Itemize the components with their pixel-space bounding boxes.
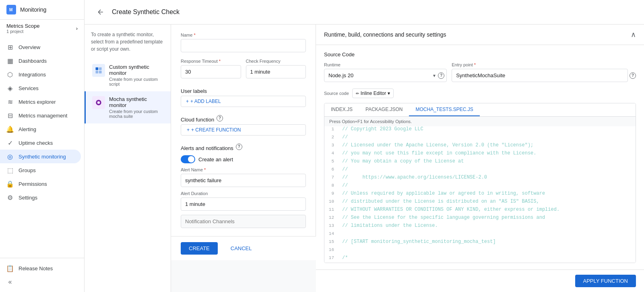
panel-title: Create Synthetic Check <box>112 8 180 16</box>
inline-editor-label: Inline Editor <box>361 90 386 96</box>
line-content: // Licensed under the Apache License, Ve… <box>339 142 636 148</box>
frequency-label: Check Frequency <box>246 59 306 64</box>
code-editor[interactable]: 1// Copyright 2023 Google LLC2//3// Lice… <box>324 126 636 263</box>
tab-package-json[interactable]: PACKAGE.JSON <box>359 103 409 116</box>
runtime-row: Runtime Node.js 20 ▾ ? Entry point * <box>324 62 636 82</box>
sidebar-item-uptime-checks[interactable]: ✓ Uptime checks <box>0 136 81 150</box>
custom-template-sub: Create from your custom script <box>109 77 164 86</box>
sidebar-bottom: 📋 Release Notes « <box>0 258 84 292</box>
sidebar-item-groups[interactable]: ⬚ Groups <box>0 163 81 177</box>
line-content: /* <box>339 255 636 261</box>
panel-header: Create Synthetic Check <box>85 0 644 25</box>
alert-duration-group: Alert Duration <box>181 191 306 211</box>
metrics-explorer-icon: ≋ <box>6 98 14 105</box>
sidebar-item-metrics-management[interactable]: ⊟ Metrics management <box>0 109 81 122</box>
tab-index-js[interactable]: INDEX.JS <box>324 103 359 116</box>
add-icon: + <box>186 99 189 104</box>
runtime-settings-title: Runtime, build, connections and security… <box>324 31 446 38</box>
template-item-mocha[interactable]: Mocha synthetic monitor Create from your… <box>85 91 171 123</box>
mocha-template-icon <box>92 96 105 109</box>
add-label-button[interactable]: + + ADD LABEL <box>181 96 306 107</box>
code-line: 8// <box>324 183 636 191</box>
cloud-fn-help-icon[interactable]: ? <box>217 115 223 121</box>
code-line: 12// See the License for the specific la… <box>324 215 636 223</box>
apply-function-button[interactable]: APPLY FUNCTION <box>575 275 636 287</box>
line-content: // WITHOUT WARRANTIES OR CONDITIONS OF A… <box>339 207 636 212</box>
code-line: 16 <box>324 247 636 255</box>
collapse-button[interactable]: ∧ <box>631 30 636 39</box>
alert-duration-input[interactable] <box>181 197 306 211</box>
overview-icon: ⊞ <box>6 43 14 51</box>
code-line: 3// Licensed under the Apache License, V… <box>324 142 636 150</box>
sidebar-collapse-btn[interactable]: « <box>0 275 81 289</box>
form-footer: CREATE CANCEL <box>171 236 316 260</box>
create-function-button[interactable]: + + CREATE FUNCTION <box>181 124 306 136</box>
name-input[interactable] <box>181 39 306 52</box>
name-group: Name * <box>181 33 306 52</box>
runtime-select[interactable]: Node.js 20 <box>324 69 447 82</box>
code-pane-header: Runtime, build, connections and security… <box>316 25 644 45</box>
sidebar-item-settings[interactable]: ⚙ Settings <box>0 191 81 204</box>
mocha-template-sub: Create from your custom mocha suite <box>109 109 164 119</box>
code-line: 14 <box>324 231 636 239</box>
sidebar-item-label: Synthetic monitoring <box>19 154 66 160</box>
line-content: // distributed under the License is dist… <box>339 199 636 204</box>
app-logo: M <box>6 5 16 14</box>
toggle-row: Create an alert <box>181 155 306 163</box>
create-alert-toggle[interactable] <box>181 155 195 163</box>
alert-name-input[interactable] <box>181 174 306 187</box>
code-line: 13// limitations under the License. <box>324 223 636 231</box>
sidebar-item-label: Services <box>19 85 39 91</box>
metrics-scope-item[interactable]: Metrics Scope 1 project › <box>0 20 84 37</box>
sidebar-header: M Monitoring <box>0 0 84 20</box>
sidebar-nav: ⊞ Overview ▦ Dashboards ⬡ Integrations ◈… <box>0 37 84 208</box>
sidebar-item-dashboards[interactable]: ▦ Dashboards <box>0 54 81 68</box>
notification-channels-group <box>181 215 306 228</box>
template-item-custom[interactable]: Custom synthetic monitor Create from you… <box>85 59 171 91</box>
back-button[interactable] <box>94 6 107 19</box>
entry-point-help-icon[interactable]: ? <box>630 72 636 79</box>
line-content: // <box>339 167 636 172</box>
user-labels-title: User labels <box>181 88 306 94</box>
cancel-button[interactable]: CANCEL <box>223 242 260 255</box>
source-code-type[interactable]: ✏ Inline Editor ▾ <box>352 88 394 98</box>
uptime-icon: ✓ <box>6 139 14 146</box>
frequency-input[interactable] <box>246 65 306 78</box>
sidebar-item-permissions[interactable]: 🔒 Permissions <box>0 177 81 191</box>
entry-point-input[interactable] <box>452 69 628 82</box>
line-number: 12 <box>324 215 339 220</box>
tab-mocha-tests[interactable]: MOCHA_TESTS.SPEC.JS <box>409 103 479 116</box>
sidebar-item-label: Groups <box>19 167 36 173</box>
line-content: // you may not use this file except in c… <box>339 150 636 156</box>
line-content: // <box>339 183 636 188</box>
sidebar-item-release-notes[interactable]: 📋 Release Notes <box>0 261 81 275</box>
main-content: Create Synthetic Check To create a synth… <box>85 0 644 292</box>
timeout-frequency-row: Response Timeout * Check Frequency <box>181 59 306 78</box>
sidebar-item-services[interactable]: ◈ Services <box>0 81 81 95</box>
name-required: * <box>194 33 195 37</box>
timeout-input[interactable] <box>181 65 241 78</box>
timeout-group: Response Timeout * <box>181 59 241 78</box>
runtime-help-icon[interactable]: ? <box>438 72 444 79</box>
sidebar-item-overview[interactable]: ⊞ Overview <box>0 40 81 54</box>
alerts-help-icon[interactable]: ? <box>236 144 242 150</box>
template-description: To create a synthetic monitor, select fr… <box>85 31 171 59</box>
line-content: // https://www.apache.org/licenses/LICEN… <box>339 175 636 180</box>
code-line: 4// you may not use this file except in … <box>324 150 636 158</box>
create-button[interactable]: CREATE <box>181 242 218 255</box>
source-code-section: Source Code Runtime Node.js 20 ▾ ? <box>316 45 644 269</box>
line-number: 14 <box>324 231 339 236</box>
sidebar-item-label: Uptime checks <box>19 140 53 146</box>
sidebar-item-integrations[interactable]: ⬡ Integrations <box>0 68 81 81</box>
sidebar-item-alerting[interactable]: 🔔 Alerting <box>0 122 81 136</box>
sidebar-item-synthetic-monitoring[interactable]: ◎ Synthetic monitoring <box>0 150 81 163</box>
code-pane: Runtime, build, connections and security… <box>316 25 644 292</box>
line-content: // You may obtain a copy of the License … <box>339 158 636 164</box>
notification-channels-input[interactable] <box>181 215 306 228</box>
sidebar-item-label: Alerting <box>19 126 36 132</box>
source-code-title: Source Code <box>324 51 636 58</box>
sidebar-item-metrics-explorer[interactable]: ≋ Metrics explorer <box>0 95 81 109</box>
sidebar: M Monitoring Metrics Scope 1 project › ⊞… <box>0 0 85 292</box>
frequency-group: Check Frequency <box>246 59 306 78</box>
entry-point-group: Entry point * ? <box>452 62 636 82</box>
